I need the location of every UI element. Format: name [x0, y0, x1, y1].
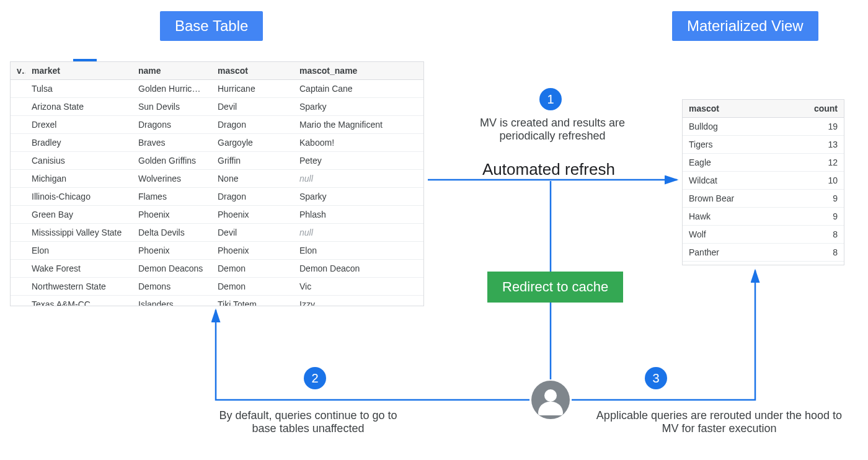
cell: 8 [788, 244, 844, 261]
cell: Wolverines [132, 170, 211, 187]
row-prefix [11, 188, 25, 205]
cell: Vic [293, 278, 423, 295]
table-row: Lion7 [683, 262, 844, 265]
mv-col-mascot: mascot [683, 100, 788, 117]
cell: Green Bay [25, 206, 132, 223]
cell: Braves [132, 134, 211, 151]
row-prefix [11, 80, 25, 97]
cell: Phoenix [211, 242, 293, 259]
cell: Delta Devils [132, 224, 211, 241]
mv-table-head: mascot count [683, 100, 844, 118]
cell: Tiki Totem [211, 296, 293, 306]
table-row: Wildcat10 [683, 172, 844, 190]
table-row: CanisiusGolden GriffinsGriffinPetey [11, 152, 423, 170]
cell: Bradley [25, 134, 132, 151]
cell: Islanders [132, 296, 211, 306]
mv-col-count: count [788, 100, 844, 117]
step-1-caption: MV is created and results are periodical… [463, 117, 642, 143]
table-row: Wake ForestDemon DeaconsDemonDemon Deaco… [11, 260, 423, 278]
cell: Lion [683, 262, 788, 265]
row-prefix [11, 260, 25, 277]
cell: null [293, 224, 423, 241]
cell: Dragon [211, 188, 293, 205]
cell: 13 [788, 136, 844, 153]
cell: Mississippi Valley State [25, 224, 132, 241]
cell: Captain Cane [293, 80, 423, 97]
mv-table: mascot count Bulldog19Tigers13Eagle12Wil… [682, 99, 844, 265]
col-name: name [132, 62, 211, 79]
cell: Demon Deacons [132, 260, 211, 277]
table-row: Eagle12 [683, 154, 844, 172]
user-icon [531, 381, 570, 419]
row-prefix [11, 224, 25, 241]
table-row: ElonPhoenixPhoenixElon [11, 242, 423, 260]
cell: Panther [683, 244, 788, 261]
table-row: BradleyBravesGargoyleKaboom! [11, 134, 423, 152]
table-row: Bulldog19 [683, 118, 844, 136]
cell: Petey [293, 152, 423, 169]
cell: Tigers [683, 136, 788, 153]
automated-refresh-label: Automated refresh [482, 160, 615, 179]
cell: 9 [788, 208, 844, 225]
col-market: market [25, 62, 132, 79]
cell: Devil [211, 98, 293, 115]
cell: Michigan [25, 170, 132, 187]
step-3-badge: 3 [645, 367, 667, 389]
cell: 19 [788, 118, 844, 135]
cell: Brown Bear [683, 190, 788, 207]
redirect-to-cache-box: Redirect to cache [487, 272, 623, 303]
cell: Arizona State [25, 98, 132, 115]
table-row: Texas A&M-CCIslandersTiki TotemIzzy [11, 296, 423, 306]
cell: Drexel [25, 116, 132, 133]
cell: Sun Devils [132, 98, 211, 115]
cell: Kaboom! [293, 134, 423, 151]
table-row: DrexelDragonsDragonMario the Magnificent [11, 116, 423, 134]
cell: Northwestern State [25, 278, 132, 295]
row-prefix [11, 152, 25, 169]
cell: 7 [788, 262, 844, 265]
cell: Elon [293, 242, 423, 259]
table-row: Tigers13 [683, 136, 844, 154]
materialized-view-header: Materialized View [672, 11, 818, 41]
table-row: Panther8 [683, 244, 844, 262]
step-2-caption: By default, queries continue to go to ba… [206, 409, 410, 435]
row-prefix [11, 170, 25, 187]
table-row: Arizona StateSun DevilsDevilSparky [11, 98, 423, 116]
cell: 12 [788, 154, 844, 171]
cell: Demons [132, 278, 211, 295]
row-prefix [11, 242, 25, 259]
col-mascot: mascot [211, 62, 293, 79]
row-prefix [11, 206, 25, 223]
cell: Phoenix [211, 206, 293, 223]
cell: Wake Forest [25, 260, 132, 277]
cell: Demon Deacon [293, 260, 423, 277]
base-table-header: Base Table [160, 11, 263, 41]
table-row: MichiganWolverinesNonenull [11, 170, 423, 188]
step-3-caption: Applicable queries are rerouted under th… [595, 409, 843, 435]
base-table: v market name mascot mascot_name TulsaGo… [10, 61, 424, 306]
cell: Wildcat [683, 172, 788, 189]
table-row: Illinois-ChicagoFlamesDragonSparky [11, 188, 423, 206]
cell: Tulsa [25, 80, 132, 97]
cell: 10 [788, 172, 844, 189]
cell: Texas A&M-CC [25, 296, 132, 306]
table-row: Wolf8 [683, 226, 844, 244]
cell: Griffin [211, 152, 293, 169]
cell: Sparky [293, 188, 423, 205]
table-row: Green BayPhoenixPhoenixPhlash [11, 206, 423, 224]
table-row: Brown Bear9 [683, 190, 844, 208]
cell: null [293, 170, 423, 187]
base-table-head: v market name mascot mascot_name [11, 62, 423, 80]
table-row: TulsaGolden HurricaneHurricaneCaptain Ca… [11, 80, 423, 98]
row-prefix [11, 278, 25, 295]
cell: None [211, 170, 293, 187]
step-2-badge: 2 [304, 367, 326, 389]
table-row: Hawk9 [683, 208, 844, 226]
table-row: Mississippi Valley StateDelta DevilsDevi… [11, 224, 423, 242]
row-prefix [11, 116, 25, 133]
cell: 8 [788, 226, 844, 243]
cell: Hurricane [211, 80, 293, 97]
cell: Elon [25, 242, 132, 259]
cell: Canisius [25, 152, 132, 169]
cell: Phoenix [132, 206, 211, 223]
